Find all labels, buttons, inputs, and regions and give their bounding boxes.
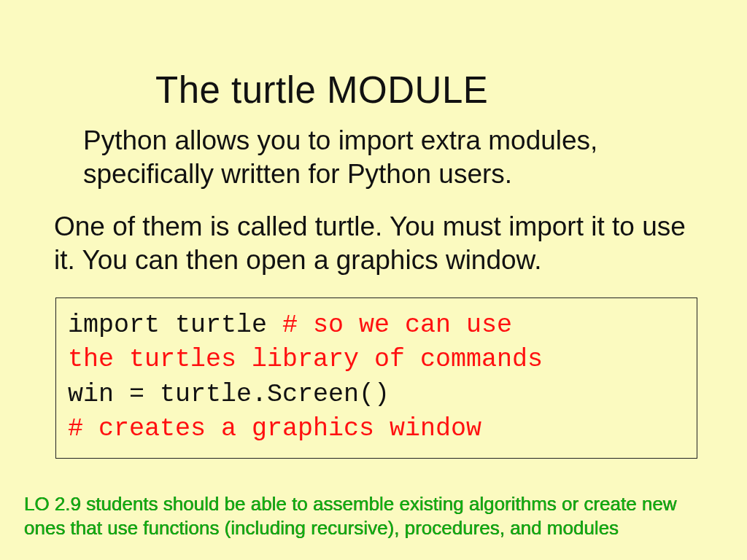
code-line-1: import turtle # so we can use bbox=[68, 308, 685, 343]
code-line-3: win = turtle.Screen() bbox=[68, 378, 685, 412]
code-line-4: # creates a graphics window bbox=[68, 412, 685, 446]
slide-paragraph-1: Python allows you to import extra module… bbox=[83, 124, 674, 192]
code-text: import turtle bbox=[68, 311, 282, 340]
slide: The turtle MODULE Python allows you to i… bbox=[0, 0, 747, 560]
code-line-2: the turtles library of commands bbox=[68, 343, 685, 377]
code-box: import turtle # so we can use the turtle… bbox=[55, 298, 697, 459]
code-comment: # so we can use bbox=[282, 311, 512, 340]
slide-paragraph-2: One of them is called turtle. You must i… bbox=[54, 210, 693, 278]
learning-objective-footer: LO 2.9 students should be able to assemb… bbox=[24, 492, 723, 540]
slide-title: The turtle MODULE bbox=[155, 69, 488, 112]
